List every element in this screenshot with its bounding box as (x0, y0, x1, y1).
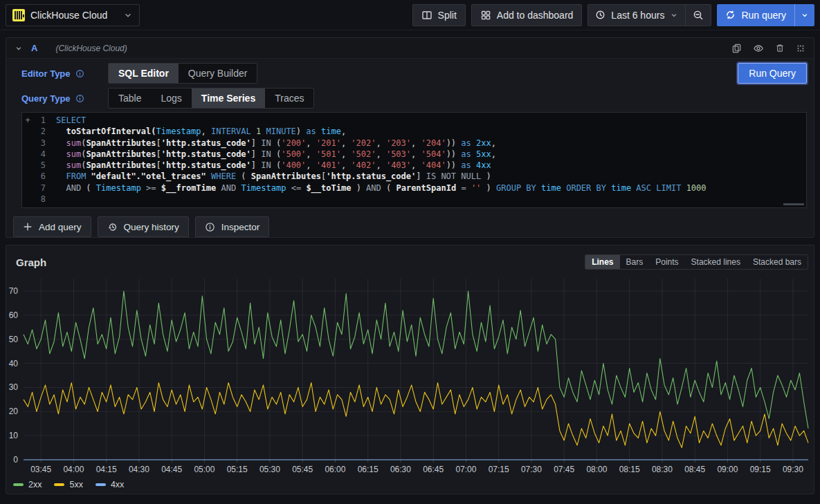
graph-mode-points[interactable]: Points (649, 255, 684, 269)
svg-text:08:45: 08:45 (684, 465, 705, 474)
svg-text:07:15: 07:15 (489, 465, 509, 474)
clickhouse-logo-icon (12, 9, 25, 21)
chevron-down-icon (123, 10, 133, 20)
graph-style-toggle: Lines Bars Points Stacked lines Stacked … (585, 254, 808, 270)
graph-panel-title: Graph (16, 256, 46, 268)
datasource-picker[interactable]: ClickHouse Cloud (6, 4, 140, 26)
query-type-option-time-series[interactable]: Time Series (192, 88, 265, 108)
legend-item-5xx[interactable]: 5xx (54, 480, 82, 489)
editor-type-label: Editor Type (21, 68, 71, 79)
svg-text:06:15: 06:15 (358, 465, 379, 474)
run-query-dropdown[interactable] (795, 4, 814, 26)
code-line[interactable]: 6 FROM "default"."otel_traces" WHERE ( S… (22, 171, 806, 182)
inspector-button[interactable]: Inspector (195, 216, 270, 237)
chevron-down-icon (670, 11, 678, 19)
legend-label: 5xx (69, 480, 82, 489)
run-query-button[interactable]: Run query (717, 4, 794, 26)
line-number: 2 (33, 126, 46, 137)
svg-text:04:30: 04:30 (129, 465, 149, 474)
chart-legend: 2xx5xx4xx (6, 476, 814, 490)
toolbar-right-group: Split Add to dashboard Last 6 hours (412, 4, 814, 26)
svg-text:10: 10 (9, 431, 19, 440)
gutter-spacer (22, 194, 33, 205)
time-series-chart[interactable]: 01020304050607003:4504:0004:1504:3004:45… (6, 272, 814, 476)
query-type-option-traces[interactable]: Traces (265, 88, 313, 108)
zoom-out-button[interactable] (686, 5, 711, 26)
code-text: AND ( Timestamp >= $__fromTime AND Times… (56, 183, 707, 194)
code-line[interactable]: 4 sum(SpanAttributes['http.status_code']… (22, 149, 806, 160)
query-type-row: Query Type Table Logs Time Series Traces (21, 88, 807, 109)
svg-text:08:00: 08:00 (586, 465, 607, 474)
legend-label: 4xx (111, 480, 124, 489)
svg-text:06:45: 06:45 (423, 465, 444, 474)
legend-item-2xx[interactable]: 2xx (13, 480, 42, 489)
code-text: SELECT (56, 115, 86, 126)
svg-text:09:00: 09:00 (717, 465, 738, 474)
drag-handle-icon[interactable] (796, 44, 805, 53)
code-line[interactable]: 2 toStartOfInterval(Timestamp, INTERVAL … (22, 126, 806, 137)
graph-mode-stacked-bars[interactable]: Stacked bars (747, 255, 808, 269)
graph-mode-lines[interactable]: Lines (585, 255, 619, 269)
svg-text:09:15: 09:15 (750, 465, 771, 474)
query-type-toggle: Table Logs Time Series Traces (108, 88, 314, 109)
code-text: sum(SpanAttributes['http.status_code'] I… (56, 160, 491, 171)
run-query-editor-button[interactable]: Run Query (738, 63, 807, 84)
line-number: 5 (33, 160, 46, 171)
query-row-header: A (ClickHouse Cloud) (6, 38, 814, 59)
line-number: 8 (33, 194, 46, 205)
svg-text:06:30: 06:30 (390, 465, 411, 474)
time-range-button[interactable]: Last 6 hours (588, 5, 685, 26)
line-number: 7 (33, 183, 46, 194)
code-line[interactable]: 3 sum(SpanAttributes['http.status_code']… (22, 138, 806, 149)
code-text: sum(SpanAttributes['http.status_code'] I… (56, 138, 496, 149)
query-ref-id[interactable]: A (31, 43, 37, 53)
delete-query-trash-icon[interactable] (775, 43, 785, 53)
info-circle-icon (205, 222, 215, 232)
svg-text:03:45: 03:45 (30, 465, 51, 474)
svg-text:20: 20 (9, 407, 19, 416)
split-button[interactable]: Split (412, 4, 466, 26)
gutter-spacer (22, 149, 33, 160)
editor-type-toggle: SQL Editor Query Builder (108, 63, 257, 84)
svg-text:07:45: 07:45 (554, 465, 574, 474)
gutter-spacer (22, 171, 33, 182)
code-text: toStartOfInterval(Timestamp, INTERVAL 1 … (56, 126, 346, 137)
query-history-label: Query history (124, 222, 179, 232)
svg-text:40: 40 (9, 359, 19, 368)
add-query-button[interactable]: Add query (13, 216, 91, 237)
code-line[interactable]: +1SELECT (22, 115, 806, 126)
editor-horizontal-scrollbar[interactable] (783, 203, 804, 205)
svg-text:05:00: 05:00 (194, 465, 215, 474)
info-icon[interactable] (75, 94, 84, 103)
gutter-plus-icon[interactable]: + (22, 115, 33, 126)
sql-code-editor[interactable]: +1SELECT2 toStartOfInterval(Timestamp, I… (21, 112, 807, 208)
legend-item-4xx[interactable]: 4xx (95, 480, 124, 489)
code-line[interactable]: 8 (22, 194, 806, 205)
toggle-visibility-eye-icon[interactable] (753, 43, 764, 54)
graph-mode-bars[interactable]: Bars (620, 255, 650, 269)
query-type-option-logs[interactable]: Logs (151, 88, 191, 108)
editor-type-option-query-builder[interactable]: Query Builder (179, 64, 257, 83)
code-line[interactable]: 5 sum(SpanAttributes['http.status_code']… (22, 160, 806, 171)
line-number: 4 (33, 149, 46, 160)
run-query-split-button: Run query (717, 4, 814, 26)
code-text: FROM "default"."otel_traces" WHERE ( Spa… (56, 171, 491, 182)
query-type-option-table[interactable]: Table (109, 88, 151, 108)
line-number: 6 (33, 171, 46, 182)
collapse-chevron-icon[interactable] (15, 44, 23, 53)
duplicate-query-button[interactable] (731, 43, 742, 53)
add-to-dashboard-button[interactable]: Add to dashboard (471, 4, 583, 26)
y-axis-labels: 010203040506070 (9, 286, 19, 465)
code-line[interactable]: 7 AND ( Timestamp >= $__fromTime AND Tim… (22, 183, 806, 194)
plus-icon (23, 222, 33, 232)
dashboard-grid-icon (480, 10, 491, 21)
add-to-dashboard-label: Add to dashboard (497, 10, 574, 21)
info-icon[interactable] (75, 69, 84, 78)
add-query-label: Add query (39, 222, 82, 232)
legend-swatch-4xx (95, 483, 106, 486)
editor-type-option-sql-editor[interactable]: SQL Editor (109, 64, 179, 83)
graph-mode-stacked-lines[interactable]: Stacked lines (685, 255, 747, 269)
query-history-button[interactable]: Query history (98, 216, 189, 237)
svg-text:50: 50 (9, 335, 19, 344)
time-picker-group: Last 6 hours (587, 4, 711, 26)
